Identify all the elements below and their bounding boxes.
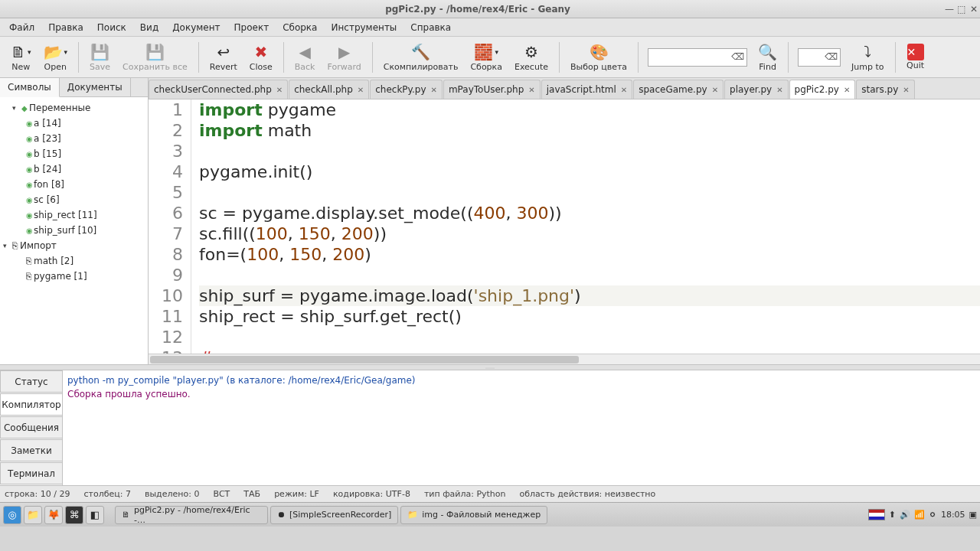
menu-build[interactable]: Сборка <box>276 20 323 35</box>
forward-button: ▶Forward <box>321 41 367 73</box>
console-line: python -m py_compile "player.py" (в ката… <box>67 373 975 387</box>
taskbar-window-geany[interactable]: 🗎 pgPic2.py - /home/rex4/Eric -… <box>115 506 268 524</box>
tree-group-variables[interactable]: ▾◆Переменные <box>0 100 148 116</box>
menu-edit[interactable]: Правка <box>42 20 90 35</box>
code-editor[interactable]: 12345678910111213 import pygame import m… <box>149 99 980 354</box>
title-bar: pgPic2.py - /home/rex4/Eric - Geany — ⬚ … <box>0 0 980 18</box>
menu-project[interactable]: Проект <box>228 20 276 35</box>
status-ins[interactable]: ВСТ <box>213 489 230 499</box>
firefox-icon[interactable]: 🦊 <box>44 506 63 524</box>
tree-import-item[interactable]: ⎘math [2] <box>0 253 148 269</box>
save-button: 💾Save <box>83 41 116 73</box>
tree-var-item[interactable]: ◉b [24] <box>0 161 148 177</box>
file-tab-active[interactable]: pgPic2.py✕ <box>789 80 856 99</box>
tab-terminal[interactable]: Терминал <box>0 462 62 484</box>
menu-document[interactable]: Документ <box>166 20 226 35</box>
build-button[interactable]: 🧱▾Сборка <box>464 41 508 73</box>
menu-help[interactable]: Справка <box>404 20 457 35</box>
window-title: pgPic2.py - /home/rex4/Eric - Geany <box>12 4 943 15</box>
menu-tools[interactable]: Инструменты <box>325 20 403 35</box>
tab-notes[interactable]: Заметки <box>0 439 62 461</box>
tab-documents[interactable]: Документы <box>60 78 131 96</box>
color-picker-button[interactable]: 🎨Выбор цвета <box>564 41 633 73</box>
tree-var-item[interactable]: ◉ship_rect [11] <box>0 207 148 223</box>
menu-search[interactable]: Поиск <box>91 20 132 35</box>
close-button[interactable]: ✖Close <box>243 41 279 73</box>
start-menu-icon[interactable]: ◎ <box>3 506 21 524</box>
revert-icon: ↩ <box>217 42 230 62</box>
tray-icon[interactable]: ⬆ <box>889 510 896 520</box>
file-tab[interactable]: javaScript.html✕ <box>541 80 633 99</box>
tree-var-item[interactable]: ◉fon [8] <box>0 177 148 192</box>
filemanager-icon[interactable]: 📁 <box>24 506 42 524</box>
menu-file[interactable]: Файл <box>3 20 41 35</box>
status-type[interactable]: тип файла: Python <box>424 489 506 499</box>
close-tab-icon[interactable]: ✕ <box>776 86 782 94</box>
volume-icon[interactable]: 🔊 <box>900 510 910 520</box>
tree-import-item[interactable]: ⎘pygame [1] <box>0 269 148 284</box>
bottom-panel: Статус Компилятор Сообщения Заметки Терм… <box>0 370 980 485</box>
horizontal-scrollbar[interactable] <box>149 354 980 364</box>
tree-var-item[interactable]: ◉a [14] <box>0 116 148 131</box>
jumpto-button[interactable]: ⤵Jump to <box>845 41 890 73</box>
save-all-button: 💾Сохранить все <box>116 41 194 73</box>
clear-icon[interactable]: ⌫ <box>825 51 838 62</box>
keyboard-layout-icon[interactable] <box>868 509 885 520</box>
file-tab[interactable]: mPayToUser.php✕ <box>443 80 541 99</box>
maximize-icon[interactable]: ⬚ <box>956 4 968 15</box>
status-enc[interactable]: кодировка: UTF-8 <box>333 489 410 499</box>
close-tab-icon[interactable]: ✕ <box>844 86 850 94</box>
taskbar-window-recorder[interactable]: ⏺ [SimpleScreenRecorder] <box>270 506 398 524</box>
tab-symbols[interactable]: Символы <box>0 78 60 97</box>
power-icon[interactable]: ⭘ <box>929 510 937 520</box>
close-tab-icon[interactable]: ✕ <box>621 86 627 94</box>
file-tab[interactable]: checkAll.php✕ <box>289 80 369 99</box>
system-tray[interactable]: ⬆ 🔊 📶 ⭘ 18:05 ▣ <box>868 509 977 520</box>
terminal-icon[interactable]: ⌘ <box>65 506 83 524</box>
file-tab[interactable]: player.py✕ <box>724 80 789 99</box>
tab-status[interactable]: Статус <box>0 370 62 393</box>
back-button: ◀Back <box>289 41 322 73</box>
clock[interactable]: 18:05 <box>941 510 965 520</box>
status-mode[interactable]: режим: LF <box>274 489 319 499</box>
open-button[interactable]: 📂▾Open <box>38 41 74 73</box>
close-tab-icon[interactable]: ✕ <box>431 86 437 94</box>
revert-button[interactable]: ↩Revert <box>204 41 243 73</box>
tab-messages[interactable]: Сообщения <box>0 416 62 439</box>
taskbar-window-filemgr[interactable]: 📁 img - Файловый менеджер <box>400 506 547 524</box>
network-icon[interactable]: 📶 <box>914 510 925 520</box>
quit-button[interactable]: ✕Quit <box>900 42 931 72</box>
code-content[interactable]: import pygame import math pygame.init() … <box>191 99 980 354</box>
file-tab[interactable]: checkUserConnected.php✕ <box>149 80 288 99</box>
tree-var-item[interactable]: ◉b [15] <box>0 146 148 161</box>
tree-var-item[interactable]: ◉sc [6] <box>0 192 148 207</box>
find-button[interactable]: 🔍Find <box>752 41 783 73</box>
tray-app-icon[interactable]: ▣ <box>969 510 977 520</box>
close-tab-icon[interactable]: ✕ <box>712 86 718 94</box>
minimize-icon[interactable]: — <box>943 4 956 15</box>
tree-var-item[interactable]: ◉a [23] <box>0 131 148 146</box>
forward-icon: ▶ <box>338 42 350 62</box>
tree-var-item[interactable]: ◉ship_surf [10] <box>0 223 148 238</box>
new-button[interactable]: 🗎▾New <box>5 41 38 73</box>
symbol-tree[interactable]: ▾◆Переменные ◉a [14] ◉a [23] ◉b [15] ◉b … <box>0 97 148 364</box>
tree-group-import[interactable]: ▾⎘Импорт <box>0 238 148 253</box>
close-window-icon[interactable]: ✕ <box>968 4 980 15</box>
file-tab[interactable]: spaceGame.py✕ <box>633 80 724 99</box>
execute-button[interactable]: ⚙Execute <box>508 41 554 73</box>
status-tab[interactable]: ТАБ <box>243 489 260 499</box>
pane-resize-grip[interactable]: ⋯⋯ <box>0 364 980 370</box>
close-tab-icon[interactable]: ✕ <box>528 86 534 94</box>
file-tab[interactable]: stars.py✕ <box>856 80 914 99</box>
save-all-icon: 💾 <box>145 42 165 62</box>
compiler-output[interactable]: python -m py_compile "player.py" (в ката… <box>63 370 980 485</box>
file-tab[interactable]: checkPy.py✕ <box>370 80 443 99</box>
compile-button[interactable]: 🔨Скомпилировать <box>377 41 465 73</box>
app-icon[interactable]: ◧ <box>86 506 104 524</box>
menu-view[interactable]: Вид <box>134 20 165 35</box>
close-tab-icon[interactable]: ✕ <box>358 86 364 94</box>
close-tab-icon[interactable]: ✕ <box>903 86 909 94</box>
close-tab-icon[interactable]: ✕ <box>276 86 283 94</box>
clear-icon[interactable]: ⌫ <box>731 51 744 62</box>
tab-compiler[interactable]: Компилятор <box>0 393 62 416</box>
